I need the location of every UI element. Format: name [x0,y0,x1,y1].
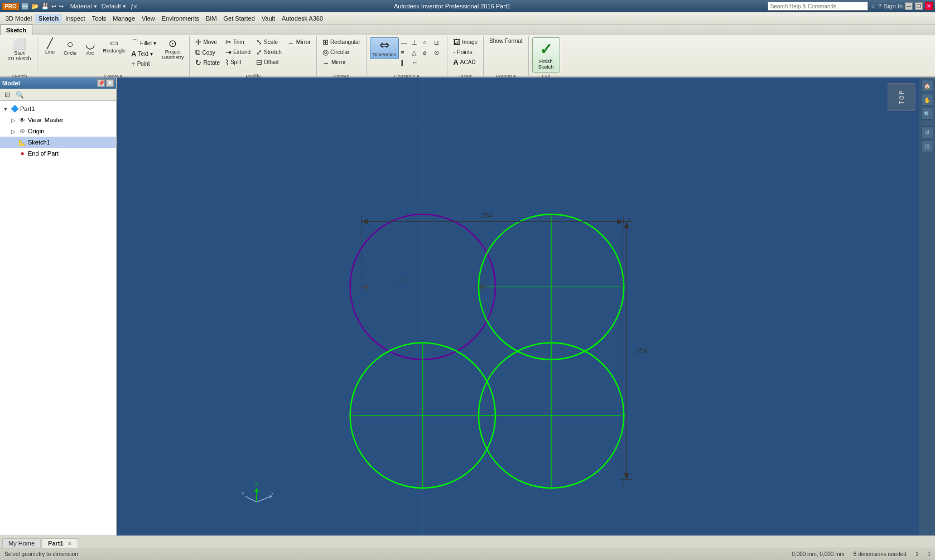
svg-text:254: 254 [636,347,647,355]
view-master-expand[interactable]: ▷ [10,117,17,123]
menu-get-started[interactable]: Get Started [220,14,258,23]
titlebar-restore-btn[interactable]: ❐ [915,2,923,10]
menu-sketch[interactable]: Sketch [35,14,62,23]
my-home-tab[interactable]: My Home [2,538,41,548]
vp-orbit-btn[interactable]: ↺ [921,126,933,138]
circle-btn[interactable]: ○ Circle [61,37,80,57]
menu-manage[interactable]: Manage [109,14,138,23]
menu-autodesk-a360[interactable]: Autodesk A360 [278,14,326,23]
tab-sketch[interactable]: Sketch [0,25,32,35]
project-geometry-btn[interactable]: ⊙ ProjectGeometry [160,37,186,61]
dimension-btn[interactable]: ⇔ Dimension [370,37,399,59]
panel-pin-btn[interactable]: 📌 [97,79,105,87]
circular-pattern-btn[interactable]: ◎ Circular [320,47,363,57]
quick-access-undo[interactable]: ↩ [51,3,56,10]
menu-bim[interactable]: BIM [203,14,220,23]
fx-btn[interactable]: ƒx [131,3,137,9]
coincident-btn[interactable]: — [400,37,410,47]
part1-tab-close[interactable]: ✕ [68,541,72,547]
rectangle-btn[interactable]: ▭ Rectangle [101,37,128,55]
move-icon: ✛ [195,38,201,46]
tree-item-part1[interactable]: ▼ 🔷 Part1 [0,103,116,114]
filter-btn[interactable]: ⊟ [2,90,12,100]
ribbon-group-create: ╱ Line ○ Circle ◡ Arc ▭ Rectangle ⌒ [37,36,190,80]
bookmark-icon[interactable]: ☆ [870,3,876,10]
trim-btn[interactable]: ✂ Trim [223,37,253,47]
material-dropdown[interactable]: Material ▾ [70,3,97,10]
move-btn[interactable]: ✛ Move [193,37,221,47]
menu-vault[interactable]: Vault [258,14,278,23]
dimension-icon: ⇔ [379,39,389,51]
tangent-btn[interactable]: ∥ [400,57,410,67]
copy-modify-btn[interactable]: ⧉ Copy [193,47,221,57]
image-btn[interactable]: 🖼 Image [451,37,480,47]
acad-btn[interactable]: A ACAD [451,57,480,67]
tree-item-sketch1[interactable]: 📐 Sketch1 [0,137,116,148]
split-btn[interactable]: ⌇ Split [223,57,253,67]
show-format-btn[interactable]: Show Format [487,37,524,45]
rotate-btn[interactable]: ↻ Rotate [193,58,221,67]
vp-pan-btn[interactable]: ✋ [921,94,933,106]
constrain-col1: — ⊥ ○ ⊔ ≡ △ ⌀ ⊙ ∥ ↔ [400,37,444,67]
quick-access-open[interactable]: 📂 [31,3,39,10]
part1-expand[interactable]: ▼ [2,105,9,112]
title-bar-right: ☆ ? Sign In — ❐ ✕ [768,2,933,11]
default-dropdown[interactable]: Default ▾ [102,3,126,10]
quick-access-redo[interactable]: ↪ [59,3,64,10]
sign-in-btn[interactable]: Sign In [884,3,903,9]
vp-zoom-btn[interactable]: 🔍 [921,108,933,120]
point-btn[interactable]: + Point [129,59,158,69]
offset-icon: ⊟ [256,58,262,66]
concentric-btn[interactable]: ○ [422,37,432,47]
menu-tools[interactable]: Tools [89,14,110,23]
tree-item-view-master[interactable]: ▷ 👁 View: Master [0,114,116,125]
fillet-btn[interactable]: ⌒ Fillet ▾ [129,37,158,49]
search-input[interactable] [768,2,868,11]
stretch-btn[interactable]: ⤢ Stretch [254,47,284,57]
view-cube[interactable]: TOP [888,83,915,111]
vertical-btn[interactable]: ⊙ [433,47,444,57]
menu-view[interactable]: View [138,14,158,23]
menu-inspect[interactable]: Inspect [62,14,88,23]
end-of-part-label: End of Part [28,150,59,157]
extend-btn[interactable]: ⇥ Extend [223,47,253,57]
menu-environments[interactable]: Environments [158,14,203,23]
arc-btn[interactable]: ◡ Arc [81,37,100,57]
line-btn[interactable]: ╱ Line [41,37,60,56]
split-icon: ⌇ [225,58,229,66]
mirror-icon: ⫠ [287,38,295,46]
finish-sketch-btn[interactable]: ✓ FinishSketch [532,37,560,73]
titlebar-minimize-btn[interactable]: — [905,2,913,10]
panel-close-btn[interactable]: ✕ [106,79,114,87]
start-2d-sketch-btn[interactable]: ⬜ Start2D Sketch [6,37,33,62]
ribbon-group-constrain: ⇔ Dimension — ⊥ ○ ⊔ ≡ △ ⌀ ⊙ [367,36,448,80]
vp-home-btn[interactable]: 🏠 [921,80,933,92]
mirror-pattern-btn[interactable]: ⫠ Mirror [320,57,363,67]
menu-3d-model[interactable]: 3D Model [2,14,35,23]
canvas-area[interactable]: 254 254 127 TOP [117,78,935,535]
titlebar-close-btn[interactable]: ✕ [925,2,933,10]
smooth-btn[interactable]: ↔ [411,57,421,67]
quick-access-save[interactable]: 💾 [41,3,49,10]
mirror-btn[interactable]: ⫠ Mirror [285,37,313,47]
fix-btn[interactable]: ⊔ [433,37,444,47]
horizontal-btn[interactable]: ⌀ [422,47,432,57]
origin-expand[interactable]: ▷ [10,128,17,134]
part1-tab[interactable]: Part1 ✕ [42,538,78,548]
help-icon[interactable]: ? [878,3,881,9]
text-btn[interactable]: A Text ▾ [129,49,158,59]
svg-text:254: 254 [481,212,493,220]
offset-btn[interactable]: ⊟ Offset [254,57,284,67]
colinear-btn[interactable]: ⊥ [411,37,421,47]
perpendicular-btn[interactable]: △ [411,47,421,57]
tree-item-end-of-part[interactable]: ● End of Part [0,148,116,159]
quick-access-new[interactable]: 🆕 [21,3,29,10]
search-panel-btn[interactable]: 🔍 [15,90,25,100]
vp-look-btn[interactable]: ⊡ [921,140,933,152]
parallel-btn[interactable]: ≡ [400,47,410,57]
points-import-btn[interactable]: · Points [451,47,480,57]
rectangular-btn[interactable]: ⊞ Rectangular [320,37,363,47]
tree-item-origin[interactable]: ▷ ⊕ Origin [0,125,116,137]
scale-btn[interactable]: ⤡ Scale [254,37,284,47]
pattern-group-content: ⊞ Rectangular ◎ Circular ⫠ Mirror [320,37,363,73]
